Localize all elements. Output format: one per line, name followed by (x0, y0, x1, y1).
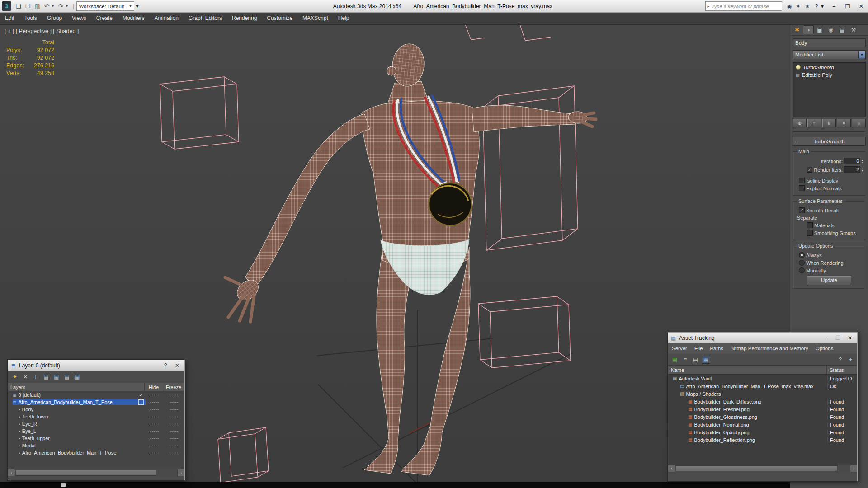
new-scene-icon[interactable]: ❏ (14, 2, 23, 10)
layer-dialog-titlebar[interactable]: ≣ Layer: 0 (default) ? ✕ (8, 360, 184, 371)
asset-row[interactable]: ▦Bodybuilder_Opacity.png Found (668, 428, 857, 436)
asset-row[interactable]: ▦Bodybuilder_Dark_Diffuse.png Found (668, 398, 857, 405)
hide-column-header[interactable]: Hide (145, 383, 163, 391)
menu-help[interactable]: Help (333, 12, 354, 24)
redo-icon[interactable]: ↷ (57, 2, 65, 10)
render-iters-field[interactable]: 2 (844, 166, 860, 173)
scroll-left-icon[interactable]: ‹ (668, 465, 675, 472)
menu-modifiers[interactable]: Modifiers (118, 12, 150, 24)
update-button[interactable]: Update (807, 276, 851, 285)
maximize-button[interactable]: ❐ (833, 333, 844, 343)
tab-utilities-icon[interactable]: ⚒ (848, 25, 859, 34)
menu-animation[interactable]: Animation (150, 12, 184, 24)
turbosmooth-rollout-header[interactable]: - TurboSmooth (793, 137, 866, 146)
asset-row[interactable]: ▦Bodybuilder_Glossiness.png Found (668, 413, 857, 421)
manually-radio[interactable] (799, 267, 805, 273)
delete-layer-icon[interactable]: ✕ (21, 373, 29, 381)
iterations-spinner[interactable]: ▴▾ (862, 159, 863, 164)
detail-view-icon[interactable]: ▤ (691, 356, 700, 364)
isoline-display-checkbox[interactable] (799, 178, 805, 183)
favorites-star-icon[interactable]: ★ (803, 2, 812, 11)
highlight-selected-layer-icon[interactable]: ▤ (52, 373, 61, 381)
community-icon[interactable]: ✦ (794, 2, 803, 11)
undo-dropdown-icon[interactable]: ▾ (52, 4, 56, 8)
tab-create-icon[interactable]: ✱ (792, 25, 802, 34)
menu-paths[interactable]: Paths (706, 343, 726, 354)
workspace-extra-dropdown-icon[interactable]: ▾ (136, 3, 138, 9)
save-file-icon[interactable]: ▦ (33, 2, 42, 10)
redo-dropdown-icon[interactable]: ▾ (66, 4, 70, 8)
help-icon[interactable]: ? (836, 356, 844, 364)
iterations-field[interactable]: 0 (844, 158, 860, 164)
scroll-right-icon[interactable]: › (177, 469, 184, 476)
layer-row[interactable]: ▪Medal ---------- (8, 442, 184, 449)
modifier-stack[interactable]: TurboSmooth ▤ Editable Poly (793, 62, 866, 117)
always-radio[interactable] (799, 252, 805, 258)
menu-bitmap-performance[interactable]: Bitmap Performance and Memory (727, 343, 812, 354)
rollout-collapse-icon[interactable]: - (795, 137, 797, 145)
asset-row[interactable]: ▦Autodesk Vault Logged O (668, 375, 857, 382)
network-icon[interactable]: ✦ (846, 356, 855, 364)
render-iters-spinner[interactable]: ▴▾ (862, 168, 863, 172)
add-to-layer-icon[interactable]: + (32, 373, 40, 381)
stack-item-turbosmooth[interactable]: TurboSmooth (793, 63, 865, 71)
scroll-right-icon[interactable]: › (850, 465, 857, 472)
list-view-icon[interactable]: ≡ (681, 356, 689, 364)
menu-file[interactable]: File (691, 343, 707, 354)
dialog-help-button[interactable]: ? (160, 361, 171, 370)
tab-display-icon[interactable]: ▤ (837, 25, 848, 34)
layer-row[interactable]: ▪Eye_L ---------- (8, 427, 184, 435)
close-button[interactable]: ✕ (854, 0, 868, 12)
menu-customize[interactable]: Customize (262, 12, 297, 24)
remove-modifier-button[interactable]: ✕ (837, 119, 851, 127)
explicit-normals-checkbox[interactable] (799, 185, 805, 191)
refresh-icon[interactable]: ▦ (670, 356, 679, 364)
minimize-button[interactable]: – (827, 0, 841, 12)
object-name-field[interactable]: Body (793, 38, 866, 47)
select-highlighted-icon[interactable]: ▤ (42, 373, 50, 381)
undo-icon[interactable]: ↶ (42, 2, 51, 10)
menu-create[interactable]: Create (91, 12, 118, 24)
pin-stack-button[interactable]: ⊕ (793, 119, 807, 127)
tab-modify-icon[interactable]: ◑ (803, 25, 814, 34)
search-go-icon[interactable]: ▸ (707, 4, 709, 9)
menu-rendering[interactable]: Rendering (227, 12, 262, 24)
menu-options[interactable]: Options (812, 343, 837, 354)
layer-row[interactable]: ≣0 (default)✓ ---------- (8, 391, 184, 399)
make-unique-button[interactable]: ⇅ (822, 119, 836, 127)
workspace-dropdown[interactable]: Workspace: Default ▼ (76, 1, 134, 11)
asset-row[interactable]: ▦Bodybuilder_Normal.png Found (668, 421, 857, 428)
search-icon[interactable]: ◉ (785, 2, 794, 11)
help-dropdown-icon[interactable]: ▾ (821, 3, 824, 9)
status-column-header[interactable]: Status (827, 366, 857, 374)
name-column-header[interactable]: Name (668, 366, 827, 374)
materials-checkbox[interactable] (807, 222, 813, 228)
tab-hierarchy-icon[interactable]: ▣ (814, 25, 825, 34)
menu-views[interactable]: Views (67, 12, 91, 24)
layer-row[interactable]: ▪Teeth_lower ---------- (8, 413, 184, 420)
menu-server[interactable]: Server (668, 343, 691, 354)
scroll-left-icon[interactable]: ‹ (8, 469, 15, 476)
menu-graph-editors[interactable]: Graph Editors (184, 12, 227, 24)
render-iters-checkbox[interactable] (807, 167, 812, 173)
smooth-result-checkbox[interactable] (799, 207, 805, 213)
minimize-button[interactable]: – (821, 333, 832, 343)
asset-row[interactable]: ▤Afro_American_Bodybuilder_Man_T-Pose_ma… (668, 382, 857, 390)
smoothing-groups-checkbox[interactable] (807, 230, 813, 236)
search-input[interactable] (711, 2, 780, 10)
menu-tools[interactable]: Tools (19, 12, 42, 24)
layer-horizontal-scrollbar[interactable]: ‹ › (8, 469, 184, 476)
menu-edit[interactable]: Edit (0, 12, 19, 24)
layers-column-header[interactable]: Layers (8, 383, 145, 391)
layer-row[interactable]: ▪Eye_R ---------- (8, 420, 184, 427)
tab-motion-icon[interactable]: ◉ (826, 25, 836, 34)
freeze-column-header[interactable]: Freeze (163, 383, 184, 391)
scrollbar-thumb[interactable] (676, 465, 837, 471)
menu-maxscript[interactable]: MAXScript (297, 12, 333, 24)
stack-item-editable-poly[interactable]: ▤ Editable Poly (793, 71, 865, 79)
menu-group[interactable]: Group (42, 12, 67, 24)
configure-modifier-sets-button[interactable]: ☼ (852, 119, 866, 127)
modifier-list-dropdown[interactable]: Modifier List ▼ (793, 50, 866, 59)
open-file-icon[interactable]: ❒ (24, 2, 32, 10)
asset-row[interactable]: ▦Bodybuilder_Fresnel.png Found (668, 405, 857, 413)
